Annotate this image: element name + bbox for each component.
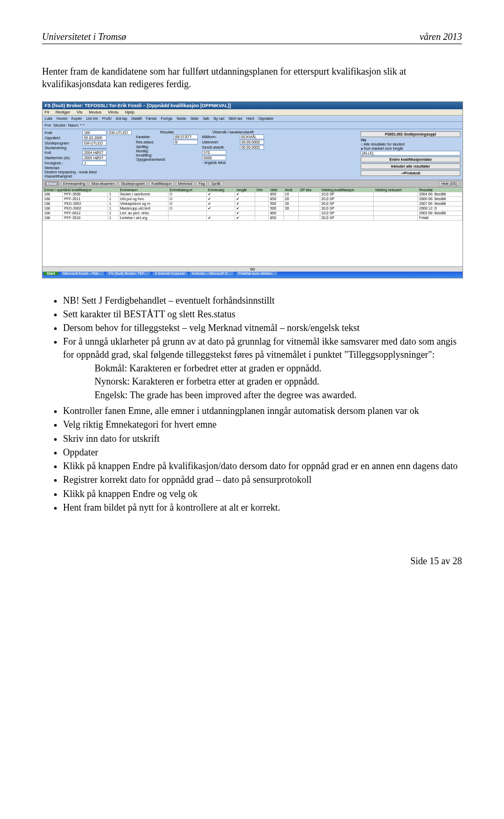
table-row[interactable]: 186PFF-35001Skolen i samfunneO✔✔8501010,… [43,192,463,196]
taskbar[interactable]: Start Microsoft Excel – Plat… FS (fsuit)… [43,272,463,278]
radio-alle[interactable]: ○ Alle resultater for student [361,142,460,146]
bullet-6: Velg riktig Emnekategori for hvert emne [63,418,462,431]
bullet-9: Klikk på knappen Endre på kvalifikasjon/… [63,460,462,472]
form-mid: Resultat Karakter: BESTÅTT Res.status: B… [134,129,200,180]
header-right: våren 2013 [419,32,462,43]
starttermin-field[interactable]: 2005 HØST [82,155,107,160]
table-row[interactable]: 186PFF-35111Utd.pol og forv.O✔✔8502020,0… [43,196,463,201]
field-570[interactable]: 570 [202,150,226,155]
tab-hele[interactable]: Hele (DS) [439,181,459,186]
tb-neste[interactable]: Neste [176,117,186,120]
sub-nynorsk: Nynorsk: Karakteren er forbetra etter at… [94,375,462,388]
utskrevet-field[interactable]: 00.00.0000 [240,140,264,144]
menu-hjelp[interactable]: Hjelp [125,110,134,115]
header-row: Fnr: Studnr: Navn: * * [43,122,463,129]
menu-vis[interactable]: Vis [77,110,82,115]
inkluder-button[interactable]: Inkluder alle resultater [361,163,460,169]
protokoll-button[interactable]: ->Protokoll [361,170,460,176]
right-pane: FS001.001 Godkjenningsoppl Vis ○ Alle re… [359,129,463,180]
tab-kvalifikasjon[interactable]: Kvalifikasjon [149,181,174,186]
engelsk-tekst-label: - engelsk tekst [202,161,264,164]
tb-siste[interactable]: Siste [191,117,199,120]
menu-fil[interactable]: Fil [45,110,49,115]
task-outlook[interactable]: Innboks – Microsoft O… [190,272,234,275]
table-row[interactable]: 186PFF-35101Ledelse i utd.org.✔✔85030,0 … [43,215,463,220]
sub-list: Bokmål: Karakteren er forbedret etter at… [63,362,462,401]
tab-sprak[interactable]: Språk [209,181,223,186]
tb-profu[interactable]: ProfU [102,117,112,120]
bullet-8: Oppdater [63,446,462,459]
klasse-label: Klassetilhørighet: [45,174,132,178]
radio-kun[interactable]: ● Kun markert som inngår [361,147,460,150]
endre-button[interactable]: Endre kvalifikasjon/dato [361,157,460,162]
oppnadd-field[interactable]: 05.03.2009 [82,136,107,140]
studieretning-field[interactable] [82,148,107,149]
sendt-field[interactable]: 00.00.0000 [240,145,264,150]
bullet-12: Hent fram bildet på nytt for å kontrolle… [63,501,462,514]
intro-paragraph: Henter fram de kandidatene som har fullf… [42,65,462,91]
tabs: Emne Emnesamling Ekst.eksamen Studieprog… [43,180,463,188]
malform-field[interactable]: BOKMÅL [240,134,264,139]
norsk-tekst-label: Ekstern innpassing - norsk tekst [45,170,132,174]
tab-emne[interactable]: Emne [45,181,59,186]
start-button[interactable]: Start [44,272,58,275]
studieprogram-field[interactable]: EM-UTLED [82,141,107,146]
bullet-10: Registrer korrekt dato for oppnådd grad … [63,473,462,486]
task-doc[interactable]: Praktisk-kurs-vitnem… [236,272,277,275]
tb-sok[interactable]: Søk [203,117,209,120]
karakter-field[interactable]: BESTÅTT [174,134,198,139]
task-fs[interactable]: FS (fsuit) Broker: TEF… [107,272,150,275]
tb-kopier[interactable]: Kopier [71,117,82,120]
page-footer: Side 15 av 28 [42,556,462,567]
sub-bokmal: Bokmål: Karakteren er forbedret etter at… [94,362,462,375]
kval-field[interactable]: 186 [82,130,107,135]
toolbar: Lukk Hoved Kopier Lim inn ProfU Adr.lap … [43,116,463,122]
form-left: Kval: 186 EM-UTLED Oppnådd: 05.03.2009 S… [43,129,134,180]
header-left: Universitetet i Tromsø [42,32,126,43]
table-row[interactable]: 186PFF-60121Led. av ped. virks.✔80010,0 … [43,211,463,215]
tb-nyrad[interactable]: Ny rad [214,117,225,120]
screenshot: FS (fsuit) Broker: TEFOSSLI Tor-Erik Fos… [42,101,463,278]
field-0000[interactable]: 0000 [202,155,226,160]
tb-hoved[interactable]: Hoved [57,117,67,120]
tab-fag[interactable]: Fag [196,181,207,186]
menu-vindu[interactable]: Vindu [108,110,118,115]
tab-emnesamling[interactable]: Emnesamling [61,181,87,186]
bullet-4: For å unngå uklarheter på grunn av at da… [63,335,462,401]
tb-adrlap[interactable]: Adr.lap [116,117,128,120]
task-excel[interactable]: Microsoft Excel – Plat… [61,272,104,275]
tab-merknad[interactable]: Merknad [176,181,194,186]
tb-hent[interactable]: Hent [246,117,254,120]
footer-90: 90 [43,266,463,272]
table-row[interactable]: 186PED-39021Masteropp.utd.ledlO✔✔5003030… [43,206,463,211]
code-button[interactable]: FS001.001 Godkjenningsoppl [361,131,460,137]
bullet-7: Skriv inn dato for utskrift [63,432,462,445]
tab-studieprogram[interactable]: Studieprogram [119,181,147,186]
task-ie[interactable]: 2 Internet Explorer [153,272,187,275]
sub-engelsk: Engelsk: The grade has been improved aft… [94,389,462,401]
bullet-5: Kontroller fanen Emne, alle emner i utda… [63,405,462,417]
tb-slettrad[interactable]: Slett rad [228,117,242,120]
form-mid2: Vitnemål / karakterutskrift Målform: BOK… [200,129,266,180]
bullet-11: Klikk på knappen Endre og velg ok [63,488,462,500]
menu-rediger[interactable]: Rediger [56,110,70,115]
tb-oppdater[interactable]: Oppdater [258,117,274,120]
bullet-3: Dersom behov for tilleggstekst – velg Me… [63,322,462,334]
grid[interactable]: Emne i oppnådd kvalifikasjon Emnenavn Em… [43,188,463,221]
resstatus-field[interactable]: B [174,140,198,144]
tb-datafil[interactable]: Datafil [131,117,142,120]
tb-forste[interactable]: Første [146,117,156,120]
menu-modus[interactable]: Modus [89,110,101,115]
alle-field[interactable]: [ALLE] [361,151,460,155]
kull-field[interactable]: 2004 HØST [82,150,107,155]
kval2-field[interactable]: EM-UTLED [108,130,132,135]
table-row[interactable]: 186PED-30521Vitskapsteori og mO✔✔5003030… [43,201,463,206]
tb-lukk[interactable]: Lukk [45,117,52,120]
bullet-2: Sett karakter til BESTÅTT og slett Res.s… [63,308,462,320]
vis-label: Vis [361,138,460,142]
tb-forrige[interactable]: Forrige [161,117,172,120]
ferdigbeh-field[interactable]: J [82,161,107,165]
menubar[interactable]: Fil Rediger Vis Modus Vindu Hjelp [43,109,463,116]
tb-liminn[interactable]: Lim inn [86,117,98,120]
tab-eksteksamen[interactable]: Ekst.eksamen [89,181,117,186]
